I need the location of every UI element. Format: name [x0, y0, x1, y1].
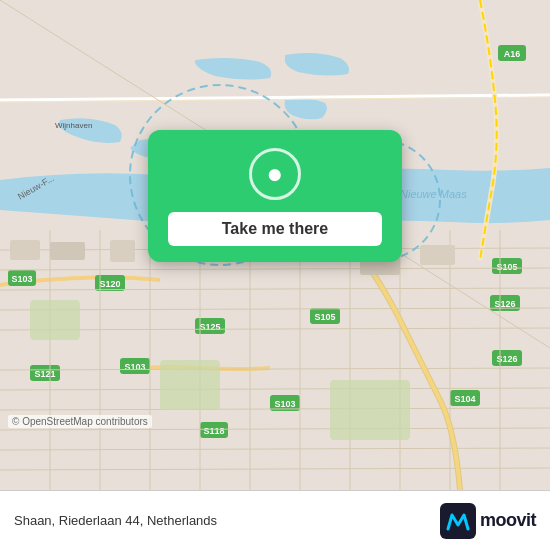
svg-text:A16: A16	[504, 49, 521, 59]
location-icon-wrap: ●	[249, 148, 301, 200]
svg-text:Nieuwe Maas: Nieuwe Maas	[400, 188, 467, 200]
svg-text:S120: S120	[99, 279, 120, 289]
svg-text:S118: S118	[203, 426, 224, 436]
moovit-logo: moovit	[440, 503, 536, 539]
svg-rect-55	[30, 300, 80, 340]
moovit-logo-icon	[440, 503, 476, 539]
svg-text:S121: S121	[34, 369, 55, 379]
map-attribution: © OpenStreetMap contributors	[8, 415, 152, 428]
address-label: Shaan, Riederlaan 44, Netherlands	[14, 513, 217, 528]
svg-text:S126: S126	[494, 299, 515, 309]
svg-text:S105: S105	[314, 312, 335, 322]
svg-rect-56	[160, 360, 220, 410]
svg-text:Wijnhaven: Wijnhaven	[55, 121, 92, 130]
svg-rect-58	[10, 240, 40, 260]
svg-text:S125: S125	[199, 322, 220, 332]
pin-icon: ●	[267, 160, 284, 188]
map-container: Nieuwe Maas Maas Nieuw... A16 S103 S103 …	[0, 0, 550, 490]
svg-rect-59	[50, 242, 85, 260]
svg-text:S103: S103	[124, 362, 145, 372]
info-bar: Shaan, Riederlaan 44, Netherlands moovit	[0, 490, 550, 550]
take-me-there-button[interactable]: Take me there	[168, 212, 382, 246]
location-card: ● Take me there	[148, 130, 402, 262]
svg-text:S104: S104	[454, 394, 475, 404]
svg-rect-60	[110, 240, 135, 262]
svg-text:S103: S103	[274, 399, 295, 409]
svg-rect-62	[420, 245, 455, 265]
moovit-text: moovit	[480, 510, 536, 531]
svg-text:S103: S103	[11, 274, 32, 284]
svg-rect-57	[330, 380, 410, 440]
